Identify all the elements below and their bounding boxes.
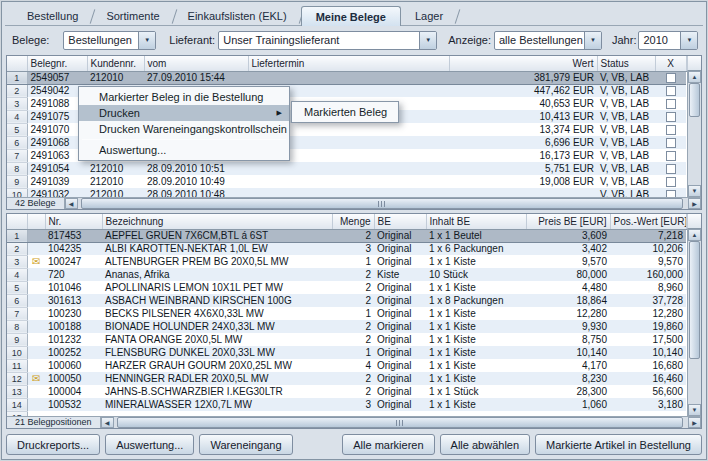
menu-item-drucken-wareneingangskontrollschein[interactable]: Drucken Wareneingangskontrollschein bbox=[79, 121, 289, 137]
cell-belegnr: 2491054 bbox=[27, 162, 87, 175]
beleg-row[interactable]: 10249103221201028.09.2010 10:48V, VB, LA… bbox=[7, 188, 686, 197]
row-checkbox[interactable] bbox=[666, 164, 676, 174]
jahr-combo[interactable]: 2010 ▼ bbox=[638, 31, 698, 50]
beleg-row[interactable]: 1254905721201027.09.2010 15:44381,979 EU… bbox=[7, 71, 686, 84]
positionen-hscrollbar[interactable]: ◀ ▶ bbox=[101, 417, 701, 428]
col-liefertermin[interactable]: Liefertermin bbox=[248, 56, 449, 71]
col-inhalt-be[interactable]: Inhalt BE bbox=[426, 214, 526, 229]
position-row[interactable]: 9101232FANTA ORANGE 20X0,5L MW2Original1… bbox=[7, 333, 686, 346]
row-checkbox[interactable] bbox=[666, 125, 676, 135]
col-menge[interactable]: Menge bbox=[332, 214, 374, 229]
cell-pos-wert: 9,570 bbox=[610, 255, 686, 268]
belege-combo[interactable]: Bestellungen ▼ bbox=[63, 31, 156, 50]
dropdown-arrow-icon[interactable]: ▼ bbox=[138, 32, 155, 49]
tab-bestellung[interactable]: Bestellung bbox=[13, 7, 92, 25]
row-checkbox[interactable] bbox=[666, 86, 676, 96]
positionen-vscrollbar[interactable]: ▲ ▼ bbox=[687, 229, 701, 416]
col-preis-be[interactable]: Preis BE [EUR] bbox=[526, 214, 610, 229]
cell-x bbox=[655, 175, 686, 188]
position-row[interactable]: 12✉100050HENNINGER RADLER 20X0,5L MW2Ori… bbox=[7, 372, 686, 385]
position-row[interactable]: 5101046APOLLINARIS LEMON 10X1L PET MW2Or… bbox=[7, 281, 686, 294]
beleg-row[interactable]: 8249105421201028.09.2010 10:515,751 EURV… bbox=[7, 162, 686, 175]
scroll-right-button[interactable]: ▶ bbox=[688, 417, 701, 428]
col-pos-wert[interactable]: Pos.-Wert [EUR] bbox=[610, 214, 686, 229]
positionen-footer: 21 Belegpositionen ◀ ▶ bbox=[7, 416, 701, 428]
vscroll-thumb[interactable] bbox=[689, 83, 700, 117]
cell-inhalt-be: 1 x 1 Stück bbox=[426, 385, 526, 398]
tab-meine-belege[interactable]: Meine Belege bbox=[301, 6, 401, 26]
position-row[interactable]: 6301613ASBACH WEINBRAND KIRSCHEN 100G2Or… bbox=[7, 294, 686, 307]
cell-belegnr: 2491039 bbox=[27, 175, 87, 188]
position-row[interactable]: 2104235ALBI KAROTTEN-NEKTAR 1,0L EW3Orig… bbox=[7, 242, 686, 255]
hscroll-thumb[interactable] bbox=[117, 417, 683, 428]
cell-mail bbox=[27, 281, 45, 294]
col-x[interactable]: X bbox=[655, 56, 686, 71]
row-number: 10 bbox=[7, 188, 27, 197]
position-row[interactable]: 10100252FLENSBURG DUNKEL 20X0,33L MW1Ori… bbox=[7, 346, 686, 359]
dropdown-arrow-icon[interactable]: ▼ bbox=[419, 32, 436, 49]
row-number: 11 bbox=[7, 359, 27, 372]
row-checkbox[interactable] bbox=[666, 138, 676, 148]
hscroll-thumb[interactable] bbox=[81, 198, 683, 209]
menu-item-drucken[interactable]: Drucken▶ bbox=[79, 105, 289, 121]
wareneingang-button[interactable]: Wareneingang bbox=[199, 434, 292, 455]
cell-preis-be: 80,000 bbox=[526, 268, 610, 281]
scroll-left-button[interactable]: ◀ bbox=[101, 417, 114, 428]
scroll-down-button[interactable]: ▼ bbox=[688, 185, 701, 197]
menu-item-markierter-beleg-in-die-bestellung[interactable]: Markierter Beleg in die Bestellung bbox=[79, 89, 289, 105]
tab-sortimente[interactable]: Sortimente bbox=[92, 7, 173, 25]
druckreports-button[interactable]: Druckreports... bbox=[6, 434, 100, 455]
position-row[interactable]: 14100532MINERALWASSER 12X0,7L MW3Origina… bbox=[7, 398, 686, 411]
beleg-row[interactable]: 9249103921201028.09.2010 10:4919,008 EUR… bbox=[7, 175, 686, 188]
col-bezeichnung[interactable]: Bezeichnung bbox=[102, 214, 332, 229]
belege-vscrollbar[interactable]: ▲ ▼ bbox=[687, 71, 701, 197]
cell-kundennr: 212010 bbox=[87, 71, 144, 84]
col-wert[interactable]: Wert bbox=[449, 56, 597, 71]
row-checkbox[interactable] bbox=[666, 177, 676, 187]
row-checkbox[interactable] bbox=[666, 151, 676, 161]
col-nr[interactable]: Nr. bbox=[45, 214, 102, 229]
col-be[interactable]: BE bbox=[374, 214, 426, 229]
cell-inhalt-be: 1 x 1 Kiste bbox=[426, 320, 526, 333]
dropdown-arrow-icon[interactable]: ▼ bbox=[680, 32, 697, 49]
tab-lager[interactable]: Lager bbox=[401, 7, 457, 25]
anzeige-combo[interactable]: alle Bestellungen ▼ bbox=[494, 31, 602, 50]
vscroll-thumb[interactable] bbox=[689, 241, 700, 359]
submenu-item-markierten-beleg[interactable]: Markierten Beleg bbox=[292, 104, 398, 120]
scroll-down-button[interactable]: ▼ bbox=[688, 404, 701, 416]
row-checkbox[interactable] bbox=[666, 112, 676, 122]
scroll-left-button[interactable]: ◀ bbox=[65, 198, 78, 209]
cell-nr: 100050 bbox=[45, 372, 102, 385]
position-row[interactable]: 7100230BECKS PILSENER 4X6X0,33L MW1Origi… bbox=[7, 307, 686, 320]
tab-bar: BestellungSortimenteEinkaufslisten (EKL)… bbox=[5, 5, 703, 26]
alle-markieren-button[interactable]: Alle markieren bbox=[342, 434, 434, 455]
col-belegnr[interactable]: Belegnr. bbox=[27, 56, 87, 71]
col-vom[interactable]: vom bbox=[144, 56, 248, 71]
cell-belegnr: 2491032 bbox=[27, 188, 87, 197]
position-row[interactable]: 1817453AEPFEL GRUEN 7X6CM,BTL á 6ST2Orig… bbox=[7, 229, 686, 242]
jahr-combo-value: 2010 bbox=[639, 32, 680, 49]
col-status[interactable]: Status bbox=[597, 56, 655, 71]
row-checkbox[interactable] bbox=[666, 190, 676, 197]
auswertung-button[interactable]: Auswertung... bbox=[105, 434, 194, 455]
lieferant-combo[interactable]: Unser Trainingslieferant ▼ bbox=[218, 31, 437, 50]
position-row[interactable]: 11100060HARZER GRAUH GOURM 20X0,25L MW4O… bbox=[7, 359, 686, 372]
position-row[interactable]: 3✉100247ALTENBURGER PREM BG 20X0,5L MW1O… bbox=[7, 255, 686, 268]
menu-item-auswertung[interactable]: Auswertung... bbox=[79, 142, 289, 158]
scroll-right-button[interactable]: ▶ bbox=[688, 198, 701, 209]
alle-abw-hlen-button[interactable]: Alle abwählen bbox=[440, 434, 531, 455]
col-kundennr[interactable]: Kundennr. bbox=[87, 56, 144, 71]
scroll-up-button[interactable]: ▲ bbox=[688, 229, 701, 241]
tab-einkaufslisten-ekl[interactable]: Einkaufslisten (EKL) bbox=[174, 7, 301, 25]
position-row[interactable]: 4720Ananas, Afrika2Kiste10 Stück80,00016… bbox=[7, 268, 686, 281]
cell-pos-wert: 56,600 bbox=[610, 385, 686, 398]
row-checkbox[interactable] bbox=[666, 99, 676, 109]
belege-hscrollbar[interactable]: ◀ ▶ bbox=[65, 198, 701, 209]
position-row[interactable]: 13100004JAHNS-B.SCHWARZBIER I.KEG30LTR2O… bbox=[7, 385, 686, 398]
markierte-artikel-in-bestellung-button[interactable]: Markierte Artikel in Bestellung bbox=[535, 434, 702, 455]
cell-wert: 5,751 EUR bbox=[449, 162, 597, 175]
dropdown-arrow-icon[interactable]: ▼ bbox=[584, 32, 601, 49]
scroll-up-button[interactable]: ▲ bbox=[688, 71, 701, 83]
row-checkbox[interactable] bbox=[666, 73, 676, 83]
position-row[interactable]: 8100188BIONADE HOLUNDER 24X0,33L MW2Orig… bbox=[7, 320, 686, 333]
